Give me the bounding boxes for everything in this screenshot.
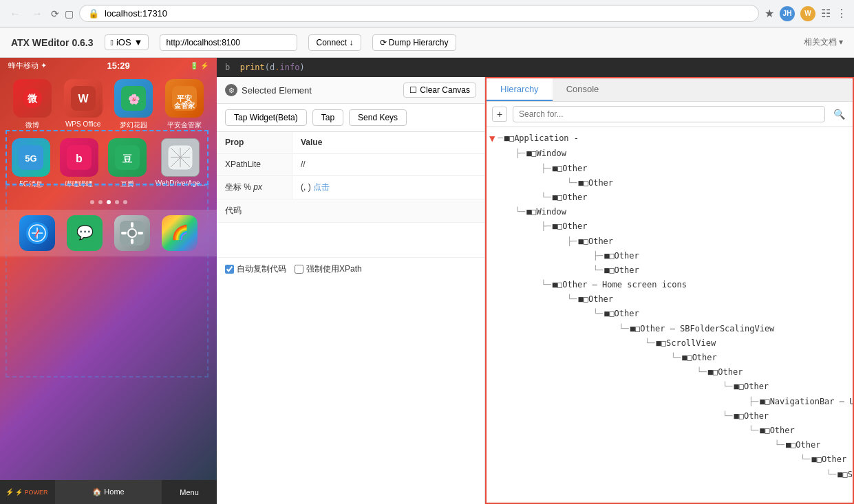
back-button[interactable]: ←	[7, 6, 23, 21]
search-icon: 🔍	[833, 109, 845, 120]
force-xpath-checkbox[interactable]: 强制使用XPath	[295, 263, 362, 275]
avatar-jh[interactable]: JH	[780, 6, 795, 21]
settings-icon[interactable]	[114, 215, 150, 251]
tree-node[interactable]: ├─ ■□ Window	[487, 146, 853, 161]
tree-node[interactable]: └─ ■□ Other	[487, 190, 853, 205]
tree-node[interactable]: └─ ■□ Other – Home screen icons	[487, 278, 853, 292]
tree-node[interactable]: └─ ■□ Other	[487, 438, 853, 452]
tree-node[interactable]: └─ ■□ Other	[487, 292, 853, 307]
tree-node[interactable]: ├─ ■□ Other	[487, 234, 853, 249]
app-icon-weibo[interactable]: 微 微博	[11, 79, 54, 130]
forward-button[interactable]: →	[29, 6, 45, 21]
tree-node-icon: ■□	[708, 366, 718, 379]
tree-node-icon: ■□	[553, 191, 562, 204]
dot-1	[90, 200, 94, 204]
tree-node[interactable]: ▼ ─ ■□ Application -	[487, 130, 853, 146]
home-nav-button[interactable]: 🏠 Home	[55, 480, 162, 504]
props-footer: 自动复制代码 强制使用XPath	[217, 258, 484, 281]
tree-node[interactable]: └─ ■□ Other	[487, 263, 853, 278]
tree-node-icon: ■□	[553, 220, 562, 233]
menu-icon[interactable]: ⋮	[836, 7, 847, 20]
device-url-input[interactable]	[160, 34, 297, 51]
tree-node-icon: ■□	[604, 307, 614, 320]
connect-label: Connect ↓	[316, 38, 353, 47]
phone-screen[interactable]: 蜂牛移动 ✦ 15:29 🔋 ⚡ 微 微博 W	[0, 58, 217, 480]
tab-console[interactable]: Console	[553, 78, 613, 101]
tree-node[interactable]: └─ ■□ Other	[487, 409, 853, 424]
app-icon-web[interactable]: WebDriverAge...	[156, 138, 206, 189]
app-icon-5g[interactable]: 5G 5G消息	[11, 138, 51, 189]
star-icon[interactable]: ★	[765, 7, 774, 20]
safari-icon[interactable]	[19, 215, 55, 251]
avatar-w[interactable]: W	[800, 6, 815, 21]
tab-hierarchy[interactable]: Hierarchy	[487, 78, 553, 101]
auto-copy-checkbox[interactable]: 自动复制代码	[225, 263, 286, 275]
tree-node[interactable]: └─ ■□ Other	[487, 176, 853, 190]
app-icon-bili[interactable]: b 哔哩哔哩	[59, 138, 99, 189]
tree-node[interactable]: └─ ■□ Window	[487, 205, 853, 219]
tree-node-label: Other	[744, 410, 769, 423]
tree-node-icon: ■□	[578, 293, 588, 306]
hierarchy-tree[interactable]: ▼ ─ ■□ Application - ├─ ■□ Window ├─	[487, 127, 853, 503]
tree-node[interactable]: └─ ■□ Other	[487, 365, 853, 380]
clear-canvas-button[interactable]: ☐ Clear Canvas	[403, 83, 476, 98]
auto-copy-input[interactable]	[225, 265, 234, 274]
tree-node[interactable]: └─ ■□ Other	[487, 307, 853, 321]
tree-node[interactable]: ├─ ■□ Other	[487, 249, 853, 263]
phone-panel: 蜂牛移动 ✦ 15:29 🔋 ⚡ 微 微博 W	[0, 58, 217, 504]
url-input[interactable]	[105, 8, 750, 19]
tree-node-icon: ■□	[578, 177, 588, 190]
tree-node[interactable]: └─ ■□ ScrollView	[487, 336, 853, 351]
tree-node[interactable]: └─ ■□ Other	[487, 482, 853, 496]
app-icon-mhly[interactable]: 🌸 梦幻花园	[113, 79, 156, 130]
phone-time: 15:29	[107, 61, 130, 71]
coords-value: (, ) 点击	[292, 176, 484, 199]
hierarchy-search-button[interactable]: 🔍	[831, 106, 847, 122]
tree-node-icon: ■□	[553, 162, 562, 175]
tree-node-label: Other	[562, 162, 587, 175]
add-node-button[interactable]: +	[492, 107, 507, 122]
tree-node[interactable]: └─ ■□ Other	[487, 424, 853, 438]
tree-node-label: Other	[615, 264, 639, 277]
tree-node-icon: ■□	[578, 235, 588, 248]
bili-label: 哔哩哔哩	[65, 179, 93, 189]
tree-node-icon: ■□	[504, 132, 514, 145]
power-button[interactable]: ⚡ ⚡ POWER	[0, 488, 55, 496]
dou-icon: 豆	[108, 138, 147, 177]
tabs-bar: Hierarchy Console	[487, 78, 853, 102]
app-icon-dou[interactable]: 豆 豆瓣	[107, 138, 147, 189]
wechat-icon[interactable]: 💬	[67, 215, 103, 251]
svg-point-28	[128, 229, 136, 237]
send-keys-button[interactable]: Send Keys	[349, 109, 407, 126]
app-icon-ping[interactable]: 平安金管家 平安金管家	[163, 79, 206, 130]
coords-link[interactable]: 点击	[313, 182, 330, 192]
tap-widget-button[interactable]: Tap Widget(Beta)	[225, 109, 307, 126]
home-button[interactable]: ▢	[65, 8, 74, 19]
tree-node[interactable]: └─ ■□ Other – SBFolderScalingView	[487, 322, 853, 336]
tree-node[interactable]: ├─ ■□ NavigationBar – UIView	[487, 395, 853, 409]
phone-selection-box-3	[6, 240, 209, 377]
ios-selector[interactable]:  iOS ▼	[105, 34, 149, 50]
app-title: ATX WEditor 0.6.3	[11, 37, 94, 48]
tree-node[interactable]: └─ ■□ Other	[487, 380, 853, 394]
tree-node[interactable]: ├─ ■□ Other	[487, 219, 853, 234]
app-icon-wps[interactable]: W WPS Office	[62, 79, 105, 130]
tree-node[interactable]: └─ ■□ Other	[487, 452, 853, 467]
tree-node-icon: ■□	[760, 424, 769, 437]
tree-node[interactable]: └─ ■□ Other	[487, 351, 853, 365]
carrier-label: 蜂牛移动 ✦	[8, 61, 47, 71]
tap-button[interactable]: Tap	[312, 109, 343, 126]
tree-node[interactable]: └─ ■□ ScrollView – WGMajorListVie	[487, 468, 853, 482]
extensions-icon[interactable]: ☷	[821, 7, 831, 20]
svg-text:🌈: 🌈	[171, 224, 188, 241]
hierarchy-search-input[interactable]	[513, 106, 825, 122]
dump-hierarchy-button[interactable]: ⟳ Dump Hierarchy	[372, 34, 456, 51]
docs-link[interactable]: 相关文档 ▾	[804, 36, 843, 48]
connect-button[interactable]: Connect ↓	[308, 34, 361, 51]
tree-node[interactable]: └─ ■□ Other – WGWidgetPlatt	[487, 496, 853, 503]
photos-icon[interactable]: 🌈	[162, 215, 198, 251]
force-xpath-input[interactable]	[295, 265, 303, 274]
reload-button[interactable]: ⟳	[51, 8, 59, 19]
menu-nav-button[interactable]: Menu	[162, 488, 217, 496]
tree-node[interactable]: ├─ ■□ Other	[487, 162, 853, 176]
